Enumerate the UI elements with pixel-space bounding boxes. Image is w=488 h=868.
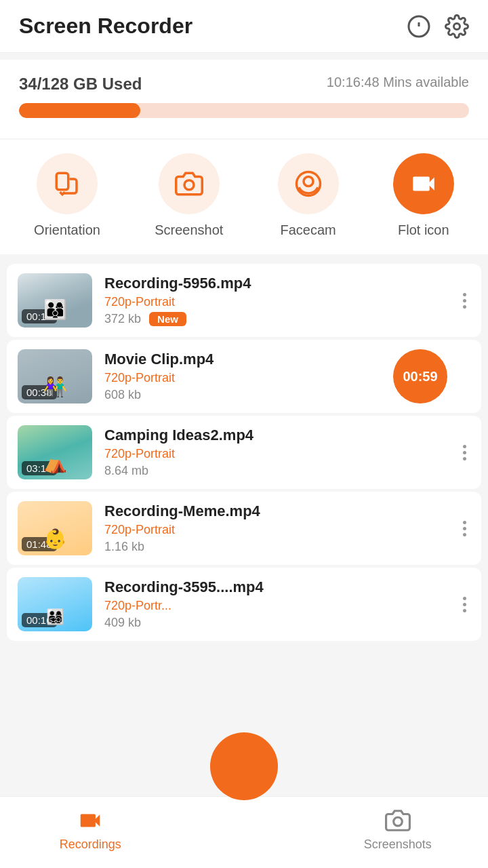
- more-dots-icon: [463, 445, 466, 460]
- more-dots-icon: [463, 597, 466, 612]
- recording-resolution: 720p-Portr...: [104, 599, 447, 613]
- more-dots-icon: [463, 521, 466, 536]
- recording-thumbnail: 01:48: [18, 501, 92, 555]
- svg-point-6: [304, 177, 313, 186]
- recordings-list: 00:16 Recording-5956.mp4 720p-Portrait 3…: [0, 264, 488, 641]
- storage-available-label: 10:16:48 Mins available: [327, 75, 469, 94]
- quick-actions-bar: Orientation Screenshot Facec: [0, 140, 488, 254]
- flot-icon-circle: [393, 153, 454, 214]
- storage-used-label: 34/128 GB Used: [19, 75, 142, 94]
- recording-name: Recording-Meme.mp4: [104, 502, 447, 520]
- recording-timer-badge: 00:59: [393, 349, 447, 403]
- new-badge: New: [149, 312, 186, 326]
- recording-meta: 372 kb New: [104, 312, 447, 326]
- screenshot-label: Screenshot: [155, 222, 223, 238]
- recording-resolution: 720p-Portrait: [104, 295, 447, 309]
- facecam-label: Facecam: [280, 222, 336, 238]
- svg-point-3: [454, 23, 460, 29]
- facecam-action[interactable]: Facecam: [278, 153, 339, 238]
- recording-info: Recording-3595....mp4 720p-Portr... 409 …: [104, 578, 447, 630]
- nav-screenshots[interactable]: Screenshots: [321, 808, 474, 852]
- orientation-label: Orientation: [34, 222, 100, 238]
- recording-name: Recording-3595....mp4: [104, 578, 447, 596]
- alert-circle-icon[interactable]: [407, 14, 431, 39]
- table-row[interactable]: 00:16 Recording-3595....mp4 720p-Portr..…: [7, 568, 481, 641]
- more-options-button[interactable]: [459, 514, 470, 543]
- orientation-circle: [37, 153, 98, 214]
- table-row[interactable]: 01:48 Recording-Meme.mp4 720p-Portrait 1…: [7, 492, 481, 565]
- svg-point-5: [184, 180, 194, 190]
- recording-thumbnail: 00:16: [18, 577, 92, 631]
- screenshot-action[interactable]: Screenshot: [155, 153, 223, 238]
- recording-meta: 1.16 kb: [104, 540, 447, 554]
- recording-duration: 00:16: [22, 613, 57, 627]
- recording-name: Recording-5956.mp4: [104, 275, 447, 292]
- nav-recordings[interactable]: Recordings: [14, 808, 167, 852]
- svg-point-8: [393, 817, 402, 826]
- table-row[interactable]: 00:16 Recording-5956.mp4 720p-Portrait 3…: [7, 264, 481, 337]
- recording-duration: 01:48: [22, 537, 57, 551]
- camera-icon: [385, 808, 411, 833]
- flot-icon-label: Flot icon: [398, 222, 449, 238]
- storage-bar: [19, 103, 469, 118]
- app-title: Screen Recorder: [19, 14, 192, 39]
- video-camera-icon: [77, 808, 103, 833]
- storage-section: 34/128 GB Used 10:16:48 Mins available: [0, 60, 488, 138]
- screenshot-circle: [159, 153, 220, 214]
- recording-meta: 409 kb: [104, 616, 447, 630]
- recording-name: Camping Ideas2.mp4: [104, 427, 447, 444]
- storage-bar-fill: [19, 103, 140, 118]
- fab-inner: [217, 739, 271, 793]
- record-fab-button[interactable]: [210, 732, 278, 800]
- recording-resolution: 720p-Portrait: [104, 447, 447, 461]
- recording-meta: 8.64 mb: [104, 464, 447, 478]
- recordings-nav-label: Recordings: [60, 837, 121, 852]
- recording-resolution: 720p-Portrait: [104, 523, 447, 537]
- recording-thumbnail: 00:16: [18, 273, 92, 328]
- more-options-button[interactable]: [459, 590, 470, 619]
- recording-size: 8.64 mb: [104, 464, 148, 478]
- table-row[interactable]: 00:38 Movie Clip.mp4 720p-Portrait 608 k…: [7, 340, 481, 413]
- recording-size: 1.16 kb: [104, 540, 144, 554]
- orientation-action[interactable]: Orientation: [34, 153, 100, 238]
- app-header: Screen Recorder: [0, 0, 488, 53]
- recording-info: Camping Ideas2.mp4 720p-Portrait 8.64 mb: [104, 427, 447, 478]
- recording-duration: 03:16: [22, 461, 57, 475]
- more-dots-icon: [463, 293, 466, 309]
- recording-thumbnail: 03:16: [18, 425, 92, 479]
- table-row[interactable]: 03:16 Camping Ideas2.mp4 720p-Portrait 8…: [7, 416, 481, 489]
- recording-thumbnail: 00:38: [18, 349, 92, 403]
- recording-info: Recording-5956.mp4 720p-Portrait 372 kb …: [104, 275, 447, 326]
- screenshots-nav-label: Screenshots: [364, 837, 432, 852]
- recording-duration: 00:16: [22, 309, 57, 323]
- header-actions: [407, 14, 469, 39]
- recording-duration: 00:38: [22, 385, 57, 399]
- recording-size: 409 kb: [104, 616, 141, 630]
- more-options-button[interactable]: [459, 286, 470, 315]
- more-options-button[interactable]: [459, 438, 470, 467]
- svg-rect-4: [56, 173, 68, 190]
- bottom-navigation: Recordings Screenshots: [0, 796, 488, 868]
- facecam-circle: [278, 153, 339, 214]
- recording-size: 372 kb: [104, 312, 141, 326]
- recording-info: Recording-Meme.mp4 720p-Portrait 1.16 kb: [104, 502, 447, 554]
- settings-icon[interactable]: [445, 14, 469, 39]
- flot-icon-action[interactable]: Flot icon: [393, 153, 454, 238]
- timer-value: 00:59: [403, 369, 437, 384]
- recording-size: 608 kb: [104, 388, 141, 402]
